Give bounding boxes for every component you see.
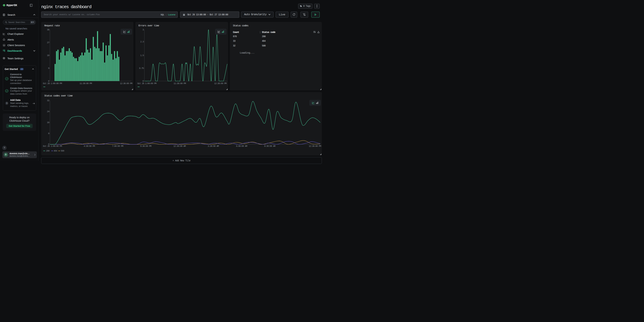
svg-text:3: 3 — [142, 28, 144, 31]
svg-text:11:30:00 PM: 11:30:00 PM — [174, 82, 186, 85]
svg-text:8:30:00 AM: 8:30:00 AM — [264, 145, 275, 148]
svg-text:8: 8 — [48, 132, 49, 135]
svg-text:18: 18 — [47, 54, 49, 57]
svg-text:27: 27 — [47, 42, 49, 44]
svg-text:11:30:00 PM: 11:30:00 PM — [80, 82, 92, 85]
svg-text:12:30:00 AM: 12:30:00 AM — [173, 145, 186, 148]
svg-text:7:00:00 PM: 7:00:00 PM — [112, 145, 123, 148]
svg-text:12:30:00 PM: 12:30:00 PM — [309, 145, 321, 148]
svg-text:Oct 26 1:00:00 PM: Oct 26 1:00:00 PM — [137, 82, 156, 85]
svg-text:36: 36 — [47, 28, 49, 31]
svg-text:24: 24 — [47, 110, 49, 113]
svg-text:32: 32 — [47, 99, 49, 102]
svg-text:4:30:00 PM: 4:30:00 PM — [84, 145, 95, 148]
svg-text:200: 200 — [46, 150, 49, 152]
svg-text:12:30:00 PM: 12:30:00 PM — [120, 82, 132, 85]
svg-text:9:30:00 PM: 9:30:00 PM — [140, 145, 151, 148]
svg-text:2.3: 2.3 — [140, 40, 144, 43]
svg-text:0: 0 — [48, 80, 49, 82]
svg-text:404: 404 — [54, 150, 57, 152]
svg-text:Oct 26 1:00:00 PM: Oct 26 1:00:00 PM — [43, 82, 62, 85]
svg-text:500: 500 — [61, 150, 64, 152]
svg-text:0.75: 0.75 — [139, 67, 144, 70]
svg-text:16: 16 — [47, 121, 49, 124]
svg-text:6:00:00 AM: 6:00:00 AM — [236, 145, 247, 148]
svg-text:1.5: 1.5 — [140, 54, 144, 57]
svg-text:Oct 26 1:00:00 PM: Oct 26 1:00:00 PM — [43, 145, 62, 148]
svg-text:0: 0 — [142, 80, 144, 82]
svg-text:3:30:00 AM: 3:30:00 AM — [208, 145, 219, 148]
svg-text:12:30:00 PM: 12:30:00 PM — [214, 82, 226, 85]
svg-text:9: 9 — [48, 67, 49, 70]
